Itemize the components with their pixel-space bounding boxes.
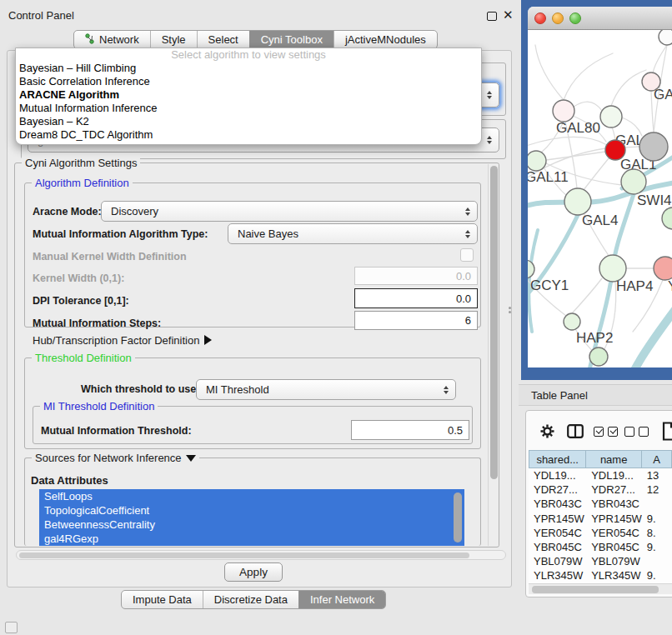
table-cell: YBR045C xyxy=(529,541,586,553)
tab-discretize-data[interactable]: Discretize Data xyxy=(203,591,298,608)
network-node[interactable] xyxy=(528,260,534,278)
network-edge[interactable] xyxy=(528,137,607,147)
attribute-list-item[interactable]: TopologicalCoefficient xyxy=(39,503,464,518)
network-edge[interactable] xyxy=(584,158,609,190)
network-edge[interactable] xyxy=(535,45,564,100)
network-node[interactable] xyxy=(553,100,574,122)
dpi-tolerance-field[interactable]: 0.0 xyxy=(354,288,478,308)
table-cell: YER054C xyxy=(529,527,586,539)
algorithm-option[interactable]: Mutual Information Inference xyxy=(16,102,481,115)
close-traffic-light-icon[interactable] xyxy=(534,12,546,24)
mi-steps-field[interactable]: 6 xyxy=(354,311,478,330)
network-node[interactable] xyxy=(654,257,672,280)
table-row[interactable]: YDL19...YDL19...13 xyxy=(529,468,672,482)
table-row[interactable]: YPR145WYPR145W9. xyxy=(529,512,672,526)
network-graph: GALGAL80GAL10GAL1GAL11SWI4GAL4GCY1HAP4YH… xyxy=(528,30,672,368)
network-edge[interactable] xyxy=(634,308,672,368)
network-edge[interactable] xyxy=(574,102,602,111)
split-columns-icon[interactable] xyxy=(567,424,584,442)
network-node[interactable] xyxy=(659,30,672,45)
algorithm-option[interactable]: Dream8 DC_TDC Algorithm xyxy=(16,128,481,142)
table-cell: YER054C xyxy=(586,527,642,539)
document-icon[interactable] xyxy=(662,422,672,444)
kernel-width-label: Kernel Width (0,1): xyxy=(33,272,124,284)
table-row[interactable]: YER054CYER054C8. xyxy=(529,526,672,540)
network-node[interactable] xyxy=(600,106,622,128)
settings-horizontal-scrollbar[interactable] xyxy=(16,550,506,560)
zoom-traffic-light-icon[interactable] xyxy=(569,12,581,24)
network-node[interactable] xyxy=(564,188,591,215)
tab-style[interactable]: Style xyxy=(150,31,197,48)
tab-network[interactable]: Network xyxy=(74,31,150,48)
table-row[interactable]: YBR043CYBR043C xyxy=(529,497,672,511)
tab-cyni-toolbox[interactable]: Cyni Toolbox xyxy=(249,31,333,48)
column-header-shared-name[interactable]: shared... xyxy=(529,450,586,468)
table-horizontal-scrollbar-thumb[interactable] xyxy=(532,586,659,593)
attribute-list-item[interactable]: gal4RGexp xyxy=(39,532,464,546)
network-node[interactable] xyxy=(639,132,668,161)
table-cell: 9. xyxy=(642,569,672,582)
attribute-list-item[interactable]: BetweennessCentrality xyxy=(39,518,464,532)
splitter-grip[interactable] xyxy=(508,305,512,314)
network-edge[interactable] xyxy=(564,53,613,100)
minimize-traffic-light-icon[interactable] xyxy=(552,12,564,24)
which-threshold-combobox[interactable]: MI Threshold xyxy=(196,379,456,400)
dpi-tolerance-label: DPI Tolerance [0,1]: xyxy=(33,295,129,307)
algorithm-option[interactable]: ARACNE Algorithm xyxy=(16,88,481,102)
gear-icon[interactable] xyxy=(539,423,555,442)
table-row[interactable]: YDR27...YDR27...12 xyxy=(529,482,672,497)
settings-scrollbar-thumb[interactable] xyxy=(490,166,498,479)
network-window-titlebar[interactable] xyxy=(528,7,672,30)
mi-threshold-label: Mutual Information Threshold: xyxy=(41,425,192,437)
algorithm-option[interactable]: Bayesian – Hill Climbing xyxy=(16,62,481,75)
network-node[interactable] xyxy=(589,348,608,366)
network-node[interactable] xyxy=(528,151,546,171)
table-cell: 9. xyxy=(642,541,672,553)
apply-button[interactable]: Apply xyxy=(224,562,283,582)
float-window-icon[interactable] xyxy=(487,12,497,21)
settings-horizontal-scrollbar-thumb[interactable] xyxy=(19,552,469,558)
attributes-list-scrollbar-thumb[interactable] xyxy=(454,492,462,542)
table-cell: YDR27... xyxy=(529,483,586,496)
tab-infer-network[interactable]: Infer Network xyxy=(298,591,385,608)
table-panel-title: Table Panel xyxy=(531,389,588,402)
tab-label: Network xyxy=(99,33,139,46)
network-edge[interactable] xyxy=(611,70,646,106)
attribute-list-item[interactable]: SelfLoops xyxy=(39,489,464,503)
column-header-partial[interactable]: A xyxy=(642,450,672,468)
aracne-mode-combobox[interactable]: Discovery xyxy=(101,201,478,222)
sources-group-title[interactable]: Sources for Network Inference xyxy=(32,452,199,464)
algorithm-option[interactable]: Bayesian – K2 xyxy=(16,115,481,128)
table-row[interactable]: YBL079WYBL079W xyxy=(529,554,672,568)
kernel-width-field[interactable]: 0.0 xyxy=(354,267,478,285)
sources-title-text: Sources for Network Inference xyxy=(35,452,182,464)
tab-select[interactable]: Select xyxy=(197,31,249,48)
mi-type-combobox[interactable]: Naive Bayes xyxy=(228,223,478,244)
column-header-name[interactable]: name xyxy=(586,450,642,468)
table-cell: YBR045C xyxy=(586,541,642,553)
hide-selected-checkboxes-icon[interactable] xyxy=(624,427,649,437)
network-edge[interactable] xyxy=(546,152,605,160)
network-node[interactable] xyxy=(564,313,580,330)
collapsed-panel-icon[interactable] xyxy=(5,622,18,633)
table-row[interactable]: YBR045CYBR045C9. xyxy=(529,540,672,554)
tab-impute-data[interactable]: Impute Data xyxy=(122,591,203,608)
network-edge[interactable] xyxy=(572,278,602,313)
mi-type-label: Mutual Information Algorithm Type: xyxy=(33,228,208,240)
hub-definition-expander[interactable]: Hub/Transcription Factor Definition xyxy=(33,334,212,347)
tab-label: Cyni Toolbox xyxy=(261,33,323,46)
tab-jactivemnodules[interactable]: jActiveMNodules xyxy=(333,31,437,48)
manual-kernel-checkbox[interactable] xyxy=(460,248,474,262)
data-attributes-list[interactable]: SelfLoopsTopologicalCoefficientBetweenne… xyxy=(39,489,464,547)
settings-scrollbar[interactable] xyxy=(488,164,499,546)
table-row[interactable]: YLR345WYLR345W9. xyxy=(529,568,672,582)
network-canvas[interactable]: GALGAL80GAL10GAL1GAL11SWI4GAL4GCY1HAP4YH… xyxy=(528,30,672,368)
network-node[interactable] xyxy=(621,169,646,194)
network-node[interactable] xyxy=(662,208,672,229)
table-cell: YDL19... xyxy=(529,469,586,482)
mi-threshold-field[interactable]: 0.5 xyxy=(351,420,469,440)
close-icon[interactable]: ✕ xyxy=(503,8,514,22)
algorithm-option[interactable]: Basic Correlation Inference xyxy=(16,75,481,88)
show-selected-checkboxes-icon[interactable] xyxy=(594,427,618,437)
table-horizontal-scrollbar[interactable] xyxy=(529,583,672,594)
